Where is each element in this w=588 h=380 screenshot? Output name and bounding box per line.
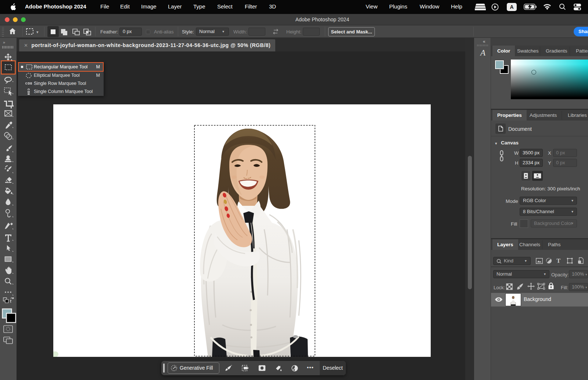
svg-text:»: » [3, 40, 5, 44]
